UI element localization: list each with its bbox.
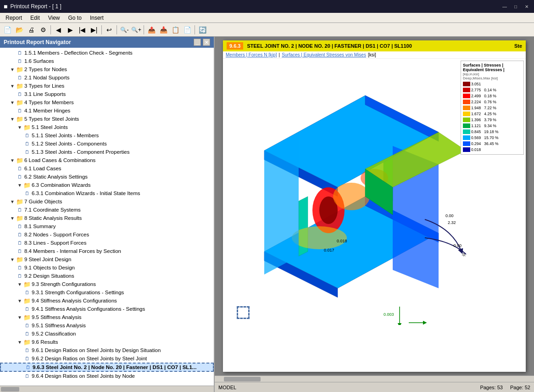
list-item[interactable]: 🗒 8.4 Members - Internal Forces by Secti… bbox=[0, 247, 214, 255]
horizontal-scrollbar-right[interactable] bbox=[215, 375, 534, 382]
list-item[interactable]: 🗒 8.3 Lines - Support Forces bbox=[0, 239, 214, 247]
next-button[interactable]: ▶ bbox=[65, 24, 76, 35]
expand-icon: ▼ bbox=[9, 157, 16, 163]
nav-close-button[interactable]: ✕ bbox=[203, 39, 210, 46]
export3-button[interactable]: 📋 bbox=[170, 24, 181, 35]
sub-header-surfaces[interactable]: Surfaces | Equivalent Stresses von Mises bbox=[282, 52, 366, 57]
copy-button[interactable]: 📄 bbox=[182, 24, 193, 35]
visualization-area: Surfaces | Stresses | Equivalent Stresse… bbox=[223, 59, 526, 334]
list-item[interactable]: 🗒 9.4.1 Stiffness Analysis Configuration… bbox=[0, 305, 214, 313]
item-label: 1.6 Surfaces bbox=[24, 58, 54, 64]
doc-icon: 🗒 bbox=[24, 355, 30, 362]
legend-row: 1.948 7.22 % bbox=[463, 106, 522, 110]
settings-button[interactable]: ⚙ bbox=[38, 24, 49, 35]
doc-icon: 🗒 bbox=[17, 91, 23, 97]
list-item[interactable]: 🗒 9.5.2 Classification bbox=[0, 330, 214, 338]
open-button[interactable]: 📂 bbox=[14, 24, 25, 35]
scrollbar-thumb[interactable] bbox=[1, 387, 19, 392]
item-label: 3 Types for Lines bbox=[24, 83, 64, 89]
doc-icon: 🗒 bbox=[24, 132, 30, 139]
list-item[interactable]: ▼ 📁 9 Steel Joint Design bbox=[0, 255, 214, 263]
maximize-button[interactable]: □ bbox=[512, 3, 519, 10]
item-label: 6.3 Combination Wizards bbox=[32, 182, 90, 188]
list-item[interactable]: 🗒 9.6.2 Design Ratios on Steel Joints by… bbox=[0, 354, 214, 363]
list-item[interactable]: ▼ 📁 2 Types for Nodes bbox=[0, 65, 214, 73]
list-item[interactable]: 🗒 9.6.4 Design Ratios on Steel Joints by… bbox=[0, 372, 214, 380]
list-item[interactable]: ▼ 📁 6 Load Cases & Combinations bbox=[0, 156, 214, 164]
active-tree-item[interactable]: 🗒 9.6.3 Steel Joint No. 2 | Node No. 20 … bbox=[0, 363, 214, 372]
new-button[interactable]: 📄 bbox=[2, 24, 13, 35]
list-item[interactable]: 🗒 9.6.1 Design Ratios on Steel Joints by… bbox=[0, 346, 214, 354]
minimize-button[interactable]: — bbox=[501, 3, 508, 10]
list-item[interactable]: ▼ 📁 8 Static Analysis Results bbox=[0, 214, 214, 222]
list-item[interactable]: 🗒 5.1.1 Steel Joints - Members bbox=[0, 131, 214, 140]
list-item[interactable]: ▼ 📁 3 Types for Lines bbox=[0, 82, 214, 90]
list-item[interactable]: 🗒 7.1 Coordinate Systems bbox=[0, 206, 214, 214]
page-container[interactable]: 9.6.3 STEEL JOINT NO. 2 | NODE NO. 20 | … bbox=[215, 37, 534, 375]
doc-icon: 🗒 bbox=[17, 264, 23, 271]
folder-icon: 📁 bbox=[24, 281, 30, 287]
list-item[interactable]: ▼ 📁 6.3 Combination Wizards bbox=[0, 181, 214, 189]
nav-minimize-button[interactable]: _ bbox=[194, 39, 201, 46]
list-item[interactable]: ▼ 📁 9.5 Stiffness Analysis bbox=[0, 313, 214, 321]
list-item[interactable]: 🗒 9.3.1 Strength Configurations - Settin… bbox=[0, 288, 214, 297]
folder-icon: 📁 bbox=[17, 198, 23, 205]
list-item[interactable]: 🗒 3.1 Line Supports bbox=[0, 90, 214, 98]
list-item[interactable]: 🗒 2.1 Nodal Supports bbox=[0, 73, 214, 82]
list-item[interactable]: 🗒 8.2 Nodes - Support Forces bbox=[0, 230, 214, 239]
expand-icon: ▼ bbox=[17, 182, 23, 188]
prev-button[interactable]: ◀ bbox=[53, 24, 64, 35]
refresh-button[interactable]: 🔄 bbox=[197, 24, 208, 35]
item-label: 9.6.1 Design Ratios on Steel Joints by D… bbox=[32, 347, 161, 353]
list-item[interactable]: ▼ 📁 5 Types for Steel Joints bbox=[0, 115, 214, 123]
horizontal-scrollbar[interactable] bbox=[0, 386, 214, 392]
legend-row: 1.396 3.79 % bbox=[463, 118, 522, 122]
list-item[interactable]: ▼ 📁 7 Guide Objects bbox=[0, 197, 214, 206]
list-item[interactable]: ▼ 📁 9.4 Stiffness Analysis Configuration… bbox=[0, 297, 214, 305]
item-label: 8.2 Nodes - Support Forces bbox=[24, 232, 89, 237]
export-button[interactable]: 📤 bbox=[146, 24, 157, 35]
list-item[interactable]: 🗒 1.6 Surfaces bbox=[0, 57, 214, 65]
folder-icon: 📁 bbox=[17, 157, 23, 163]
folder-icon: 📁 bbox=[24, 314, 30, 320]
list-item[interactable]: 🗒 9.5.1 Stiffness Analysis bbox=[0, 321, 214, 330]
sep2 bbox=[101, 25, 102, 34]
close-button[interactable]: ✕ bbox=[523, 3, 530, 10]
list-item[interactable]: ▼ 📁 5.1 Steel Joints bbox=[0, 123, 214, 131]
print-button[interactable]: 🖨 bbox=[26, 24, 37, 35]
list-item[interactable]: 🗒 6.1 Load Cases bbox=[0, 164, 214, 173]
list-item[interactable]: ▼ 📁 9.3 Strength Configurations bbox=[0, 280, 214, 288]
list-item[interactable]: 🗒 1.5.1 Members - Deflection Check - Seg… bbox=[0, 49, 214, 57]
item-label: 9.3.1 Strength Configurations - Settings bbox=[32, 290, 124, 295]
menu-goto[interactable]: Go to bbox=[65, 14, 85, 22]
sub-header-members[interactable]: Members | Forces N [kip] bbox=[226, 52, 277, 57]
list-item[interactable]: 🗒 9.2 Design Situations bbox=[0, 272, 214, 280]
list-item[interactable]: 🗒 4.1 Member Hinges bbox=[0, 106, 214, 115]
back-button[interactable]: ↩ bbox=[104, 24, 115, 35]
last-button[interactable]: ▶| bbox=[89, 24, 100, 35]
menu-edit[interactable]: Edit bbox=[27, 14, 44, 22]
list-item[interactable]: ▼ 📁 4 Types for Members bbox=[0, 98, 214, 106]
menu-view[interactable]: View bbox=[44, 14, 64, 22]
sub-header-separator: | bbox=[279, 52, 280, 57]
list-item[interactable]: 🗒 6.3.1 Combination Wizards - Initial St… bbox=[0, 189, 214, 197]
item-label: 9.6 Results bbox=[32, 339, 58, 345]
menu-insert[interactable]: Insert bbox=[86, 14, 107, 22]
list-item[interactable]: 🗒 6.2 Static Analysis Settings bbox=[0, 173, 214, 181]
list-item[interactable]: 🗒 9.1 Objects to Design bbox=[0, 263, 214, 272]
menu-report[interactable]: Report bbox=[2, 14, 26, 22]
export2-button[interactable]: 📥 bbox=[158, 24, 169, 35]
list-item[interactable]: 🗒 5.1.3 Steel Joints - Component Propert… bbox=[0, 148, 214, 156]
zoom-in-button[interactable]: 🔍+ bbox=[131, 24, 142, 35]
expand-icon: ▼ bbox=[9, 215, 16, 221]
title-bar: ■ Printout Report - [ 1 ] — □ ✕ bbox=[0, 0, 534, 13]
list-item[interactable]: 🗒 8.1 Summary bbox=[0, 222, 214, 230]
zoom-out-button[interactable]: 🔍- bbox=[119, 24, 130, 35]
first-button[interactable]: |◀ bbox=[77, 24, 88, 35]
list-item[interactable]: ▼ 📁 9.6 Results bbox=[0, 338, 214, 346]
expand-icon: ▼ bbox=[17, 297, 23, 304]
scrollbar-thumb-right[interactable] bbox=[224, 377, 261, 381]
item-label: 1.5.1 Members - Deflection Check - Segme… bbox=[24, 50, 133, 56]
list-item[interactable]: 🗒 5.1.2 Steel Joints - Components bbox=[0, 140, 214, 148]
item-label: 2 Types for Nodes bbox=[24, 67, 67, 72]
